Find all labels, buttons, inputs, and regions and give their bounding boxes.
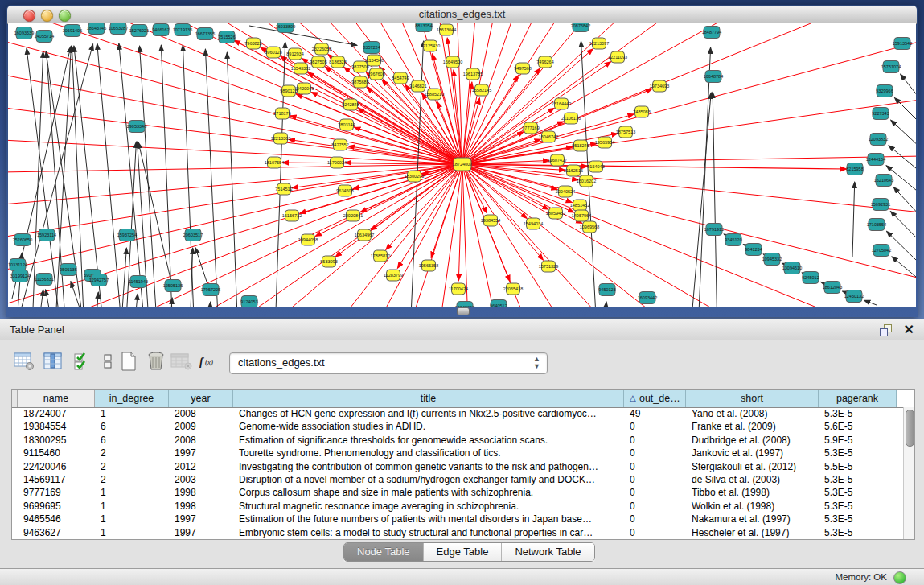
graph-node-label: 12125430 (421, 43, 440, 48)
cell-in-degree: 1 (95, 407, 169, 420)
select-rows-button[interactable] (71, 352, 93, 374)
graph-node-label: 10719135 (173, 27, 192, 32)
graph-node-label: 33199124 (10, 274, 30, 278)
select-columns-button[interactable] (42, 352, 64, 374)
column-header-out-de-[interactable]: △out_de… (624, 390, 686, 407)
graph-node-label: 18757513 (616, 130, 635, 134)
table-vertical-scrollbar[interactable] (903, 407, 914, 539)
graph-node-label: 16791912 (704, 227, 724, 232)
graph-node-label: 12444154 (866, 157, 885, 162)
delete-columns-button[interactable] (170, 352, 193, 374)
cell-year: 1997 (169, 447, 233, 459)
graph-node-label: 9777169 (522, 126, 539, 130)
table-row[interactable]: 1938455462009Genome-wide association stu… (12, 420, 904, 433)
graph-node-label: 10945332 (762, 257, 782, 262)
column-header-in-degree[interactable]: in_degree (95, 390, 169, 407)
graph-node-label: 16210643 (874, 178, 893, 183)
graph-node-label: 12211093 (608, 55, 627, 60)
graph-node-label: 8454749 (392, 76, 409, 80)
new-table-button[interactable] (117, 352, 140, 374)
table-row[interactable]: 911546021997Tourette syndrome. Phenomeno… (12, 447, 904, 459)
table-row[interactable]: 977716911998Corpus callosum shape and si… (12, 486, 904, 499)
table-row[interactable]: 946362711997Embryonic stem cells: a mode… (12, 526, 904, 539)
cell-title: Disruption of a novel member of a sodium… (233, 473, 624, 486)
graph-node-label: 11700424 (449, 286, 468, 291)
table-tabs: Node TableEdge TableNetwork Table (343, 542, 595, 562)
cell-year: 1997 (169, 513, 233, 525)
graph-node-label: 14851452 (570, 203, 589, 208)
column-header-short[interactable]: short (686, 390, 819, 407)
frame-resize-grip[interactable] (457, 307, 470, 315)
cell-name: 9463627 (18, 526, 95, 539)
table-row[interactable]: 1456911722003Disruption of a novel membe… (12, 473, 904, 486)
cell-short: Yano et al. (2008) (686, 407, 819, 420)
cell-short: de Silva et al. (2003) (686, 473, 819, 486)
row-height-icon (102, 352, 113, 374)
function-builder-button[interactable]: f(x) (198, 352, 220, 374)
graph-node-label: 18300295 (405, 174, 424, 179)
graph-node-label: 9640512 (490, 303, 507, 307)
graph-node-label: 10969568 (580, 225, 599, 229)
cell-short: Stergiakouli et al. (2012) (686, 460, 819, 473)
graph-node-label: 17103554 (867, 222, 886, 227)
graph-node-label: 29053346 (127, 124, 146, 129)
cell-year: 2012 (169, 460, 233, 473)
network-desktop: citations_edges.txt 16093539240557143069… (0, 0, 924, 319)
graph-node-label: 7496264 (536, 60, 553, 64)
graph-node-label: 12705042 (872, 248, 891, 253)
graph-node-label: 16649500 (443, 60, 462, 64)
graph-node-label: 30691406 (63, 28, 82, 33)
graph-node-label: 18724007 (453, 162, 472, 167)
cell-in-degree: 2 (95, 447, 169, 459)
tab-network-table[interactable]: Network Table (502, 543, 593, 561)
graph-node-label: 16648784 (704, 74, 723, 79)
tab-edge-table[interactable]: Edge Table (424, 543, 503, 561)
network-frame-titlebar[interactable]: citations_edges.txt (7, 6, 917, 24)
cell-year: 2008 (169, 407, 233, 420)
column-header-name[interactable]: name (18, 390, 95, 407)
graph-node-label: 7514512 (275, 187, 292, 192)
column-header-year[interactable]: year (169, 390, 233, 407)
graph-node-label: 8215958 (846, 167, 863, 171)
close-panel-icon[interactable]: ✕ (904, 322, 914, 337)
graph-node-label: 9497568 (514, 66, 531, 71)
graph-node-label: 9345120 (725, 237, 741, 242)
row-gutter (12, 447, 18, 459)
table-row[interactable]: 946554611997Estimation of the future num… (12, 513, 904, 525)
graph-node-label: 9124053 (240, 299, 257, 304)
cell-pagerank: 5.3E-5 (819, 486, 897, 499)
table-selector-value: citations_edges.txt (238, 356, 325, 369)
table-row[interactable]: 2242004622012Investigating the contribut… (12, 460, 904, 473)
float-panel-icon[interactable] (880, 323, 892, 336)
graph-node-label: 8533093 (320, 259, 337, 264)
network-graph-canvas[interactable]: 1609353924055714306914061864374510653287… (8, 23, 916, 307)
graph-node-label: 8813054 (415, 23, 432, 28)
table-settings-button[interactable] (13, 352, 35, 374)
graph-node-label: 16093539 (14, 31, 34, 35)
cell-out-degree: 0 (624, 460, 686, 473)
graph-node-label: 8186328 (329, 60, 346, 64)
table-row[interactable]: 1872400712008Changes of HCN gene express… (12, 407, 904, 420)
column-header-pagerank[interactable]: pagerank (819, 390, 897, 407)
cell-out-degree: 0 (624, 526, 686, 539)
graph-node-label: 15494034 (524, 221, 543, 226)
table-selector-dropdown[interactable]: citations_edges.txt ▲▼ (229, 352, 548, 374)
graph-node-label: 11451943 (129, 279, 148, 284)
graph-node-label: 7485083 (633, 109, 650, 114)
cell-in-degree: 1 (95, 513, 169, 525)
graph-node-label: 11607427 (548, 158, 567, 163)
graph-node-label: 8357224 (363, 45, 380, 50)
delete-table-button[interactable] (145, 352, 167, 374)
graph-node-label: 15923114 (37, 233, 56, 237)
table-row[interactable]: 1830029562008Estimation of significance … (12, 434, 904, 447)
table-row[interactable]: 969969511998Structural magnetic resonanc… (12, 500, 904, 513)
column-header-title[interactable]: title (233, 390, 624, 407)
tab-node-table[interactable]: Node Table (344, 543, 424, 561)
row-height-button[interactable] (97, 352, 119, 374)
delete-table-icon (146, 351, 166, 375)
cell-title: Investigating the contribution of common… (233, 460, 624, 473)
graph-node-label: 11700024 (327, 160, 347, 165)
scrollbar-thumb[interactable] (906, 410, 914, 447)
cell-pagerank: 5.5E-5 (819, 460, 897, 473)
graph-node-label: 19384554 (481, 218, 500, 223)
